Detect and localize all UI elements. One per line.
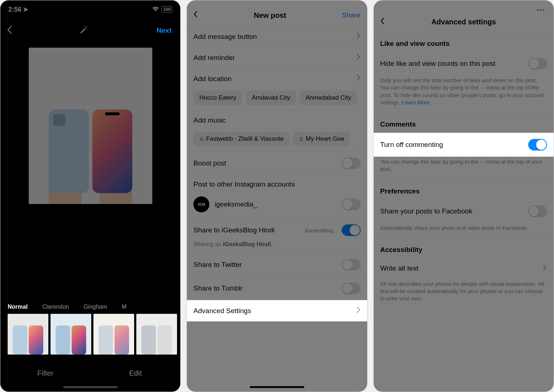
row-hide-like-counts[interactable]: Hide like and view counts on this post bbox=[374, 52, 554, 75]
row-share-facebook[interactable]: Share your posts to Facebook bbox=[374, 200, 554, 223]
status-bar: 2:56 ➤ 100 bbox=[0, 0, 180, 16]
filter-label-gingham[interactable]: Gingham bbox=[84, 304, 107, 310]
row-share-hindi[interactable]: Share to iGeeksBlog Hindi iGeeksBlog... bbox=[187, 219, 367, 241]
filter-label-clarendon[interactable]: Clarendon bbox=[42, 304, 69, 310]
row-account[interactable]: iGM igeeksmedia_ bbox=[187, 192, 367, 219]
toggle-account[interactable] bbox=[342, 199, 361, 210]
tab-edit[interactable]: Edit bbox=[91, 369, 181, 377]
toggle-boost[interactable] bbox=[342, 157, 361, 169]
section-preferences: Preferences bbox=[374, 181, 554, 200]
photo-preview-area bbox=[0, 45, 180, 299]
toggle-share-facebook[interactable] bbox=[528, 205, 547, 217]
row-add-music[interactable]: Add music bbox=[187, 111, 367, 130]
status-time: 2:56 bbox=[8, 6, 21, 13]
row-label: Write alt text bbox=[380, 264, 418, 272]
filter-thumb-gingham[interactable] bbox=[93, 314, 134, 355]
filter-thumb-4[interactable] bbox=[136, 314, 177, 355]
filter-label-normal[interactable]: Normal bbox=[8, 304, 28, 310]
toggle-share-hindi[interactable] bbox=[342, 224, 361, 236]
row-label: Add location bbox=[193, 75, 232, 83]
panel-advanced-settings: ••• Advanced settings Like and view coun… bbox=[373, 0, 554, 392]
write-alt-description: Alt text describes your photos for peopl… bbox=[374, 279, 554, 310]
chevron-right-icon bbox=[543, 264, 547, 273]
music-chip[interactable]: ♫Fastwebb · Zitelli & Visconte bbox=[193, 132, 289, 146]
row-share-tumblr[interactable]: Share to Tumblr bbox=[187, 277, 367, 300]
share-facebook-description: Automatically share your photo and video… bbox=[374, 223, 554, 239]
chip-label: Fastwebb · Zitelli & Visconte bbox=[206, 135, 284, 143]
row-turn-off-commenting[interactable]: Turn off commenting bbox=[374, 133, 554, 157]
filter-thumb-normal[interactable] bbox=[8, 314, 48, 355]
row-label: Share to Tumblr bbox=[193, 284, 242, 292]
chip-label: My Heart Goe bbox=[306, 135, 344, 143]
row-boost-post[interactable]: Boost post bbox=[187, 152, 367, 175]
sharing-as-text: Sharing as iGeeksBlog Hindi. bbox=[187, 241, 367, 253]
row-label: Add music bbox=[193, 116, 226, 124]
advanced-nav: Advanced settings bbox=[374, 15, 554, 33]
row-label: Share to Twitter bbox=[193, 261, 242, 269]
svg-point-1 bbox=[84, 26, 84, 27]
home-indicator[interactable] bbox=[63, 386, 118, 388]
location-icon: ➤ bbox=[23, 5, 28, 13]
svg-point-2 bbox=[87, 29, 87, 29]
turn-off-commenting-description: You can change this later by going to th… bbox=[374, 157, 554, 181]
hide-like-description: Only you will see the total number of li… bbox=[374, 75, 554, 114]
account-handle: igeeksmedia_ bbox=[214, 200, 336, 208]
row-add-reminder[interactable]: Add reminder bbox=[187, 47, 367, 68]
photo-preview[interactable] bbox=[29, 48, 152, 204]
section-comments: Comments bbox=[374, 114, 554, 133]
section-label: Post to other Instagram accounts bbox=[193, 180, 295, 188]
chevron-right-icon bbox=[356, 306, 361, 315]
battery-icon: 100 bbox=[161, 6, 172, 13]
home-indicator[interactable] bbox=[250, 386, 304, 388]
tab-filter[interactable]: Filter bbox=[0, 369, 91, 377]
section-accessibility: Accessibility bbox=[374, 239, 554, 258]
back-icon[interactable] bbox=[380, 17, 385, 27]
music-chips: ♫Fastwebb · Zitelli & Visconte ♫My Heart… bbox=[187, 130, 367, 152]
row-write-alt-text[interactable]: Write alt text bbox=[374, 258, 554, 279]
row-label: Boost post bbox=[193, 159, 226, 167]
panel-filter-screen: 2:56 ➤ 100 Next Normal Cla bbox=[0, 0, 181, 392]
row-add-location[interactable]: Add location bbox=[187, 68, 367, 89]
toggle-twitter[interactable] bbox=[342, 259, 361, 271]
toggle-tumblr[interactable] bbox=[342, 283, 361, 294]
toggle-hide-like[interactable] bbox=[528, 58, 547, 69]
bottom-tabs: Filter Edit bbox=[0, 358, 180, 386]
row-label: Add message button bbox=[193, 33, 257, 41]
location-chip[interactable]: Amdavad City bbox=[246, 91, 296, 105]
music-chip[interactable]: ♫My Heart Goe bbox=[293, 132, 350, 146]
location-chip[interactable]: Ahmedabad City bbox=[300, 91, 357, 105]
next-button[interactable]: Next bbox=[154, 21, 174, 40]
row-share-twitter[interactable]: Share to Twitter bbox=[187, 253, 367, 277]
more-icon[interactable]: ••• bbox=[374, 0, 554, 15]
back-icon[interactable] bbox=[193, 11, 198, 20]
new-post-nav: New post Share bbox=[187, 0, 367, 26]
music-note-icon: ♫ bbox=[199, 135, 204, 143]
row-label: Turn off commenting bbox=[380, 141, 443, 149]
next-label: Next bbox=[157, 27, 172, 35]
toggle-turn-off-commenting[interactable] bbox=[528, 139, 547, 151]
row-label: Advanced Settings bbox=[193, 307, 251, 315]
back-icon[interactable] bbox=[7, 25, 12, 36]
row-advanced-settings[interactable]: Advanced Settings bbox=[187, 300, 367, 321]
filter-thumb-clarendon[interactable] bbox=[51, 314, 91, 355]
filters-bar: Normal Clarendon Gingham M bbox=[0, 299, 180, 358]
filter-label-4[interactable]: M bbox=[122, 304, 127, 310]
chevron-right-icon bbox=[356, 74, 361, 83]
panel-new-post: New post Share Add message button Add re… bbox=[186, 0, 367, 392]
learn-more-link[interactable]: Learn More bbox=[402, 99, 430, 105]
chevron-right-icon bbox=[356, 32, 361, 41]
svg-point-0 bbox=[85, 27, 87, 28]
row-add-message-button[interactable]: Add message button bbox=[187, 26, 367, 47]
music-note-icon: ♫ bbox=[299, 135, 304, 143]
row-label: Add reminder bbox=[193, 54, 235, 62]
location-chips: Hocco Eatery Amdavad City Ahmedabad City bbox=[187, 89, 367, 111]
location-chip[interactable]: Hocco Eatery bbox=[193, 91, 242, 105]
avatar: iGM bbox=[193, 196, 209, 212]
page-title: New post bbox=[254, 11, 286, 20]
share-button[interactable]: Share bbox=[342, 11, 361, 19]
wifi-icon bbox=[152, 6, 159, 13]
magic-wand-icon[interactable] bbox=[79, 25, 88, 36]
chevron-right-icon bbox=[356, 53, 361, 62]
section-post-to-other: Post to other Instagram accounts bbox=[187, 175, 367, 192]
row-label: Hide like and view counts on this post bbox=[380, 60, 495, 68]
